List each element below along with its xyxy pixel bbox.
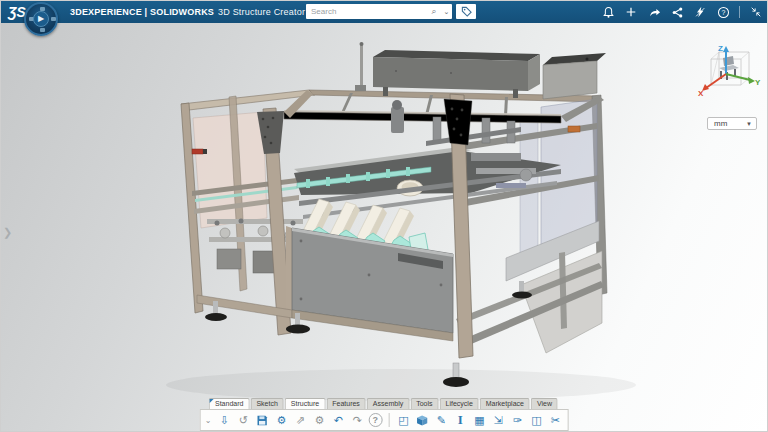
app-window: ƷS ▶ 3DEXPERIENCE | SOLIDWORKS3D Structu… [0,0,768,432]
bell-icon[interactable] [601,5,615,19]
tag-icon [461,6,472,17]
toolbar-group-divider [388,413,389,427]
tab-lifecycle[interactable]: Lifecycle [440,398,479,409]
share-nodes-icon[interactable] [670,5,684,19]
units-dropdown-arrow-icon: ▼ [746,121,756,127]
tag-button[interactable] [456,4,476,19]
triad-z-label: Z [718,44,723,53]
svg-text:?: ? [721,9,725,16]
structure-member-icon[interactable]: I [452,412,468,428]
tab-assembly[interactable]: Assembly [367,398,409,409]
action-bar-icons: ⌄ ⇩ ↺ ⚙ ⇗ ⚙ ↶ ↷ ? ◰ ✎ I ▦ ⇲ ✑ ◫ ✂ [200,409,569,431]
search-icon[interactable]: ⌕ [427,4,441,19]
title-bar: ƷS ▶ 3DEXPERIENCE | SOLIDWORKS3D Structu… [1,1,768,23]
edit-member-icon[interactable]: ✎ [433,412,449,428]
compass-east-dot [51,17,56,21]
flash-icon[interactable] [693,5,707,19]
triad-x-label: X [698,89,704,98]
save-icon[interactable] [254,412,270,428]
redo-icon[interactable]: ↷ [349,412,365,428]
compass-icon[interactable]: ▶ [24,2,58,36]
help-icon[interactable]: ? [716,5,730,19]
help-circle-icon[interactable]: ? [368,413,382,427]
collapse-icon[interactable] [749,5,763,19]
undo-icon[interactable]: ↶ [330,412,346,428]
search-input[interactable] [306,7,427,16]
units-dropdown[interactable]: mm ▼ [707,117,757,130]
corner-tool-icon[interactable]: ◰ [395,412,411,428]
model-machine-assembly[interactable] [1,23,768,432]
extrude-cube-icon[interactable] [414,412,430,428]
import-icon[interactable]: ⇩ [216,412,232,428]
options-gear-icon[interactable]: ⚙ [273,412,289,428]
action-bar: Standard Sketch Structure Features Assem… [200,398,569,431]
publish-icon[interactable]: ⇲ [490,412,506,428]
tab-tools[interactable]: Tools [410,398,438,409]
tab-standard[interactable]: Standard [209,398,249,409]
triad-y-label: Y [755,78,761,87]
share-arrow-icon[interactable] [647,5,661,19]
export-share-icon[interactable]: ⇗ [292,412,308,428]
titlebar-divider [739,6,740,18]
units-value: mm [708,119,746,128]
tab-structure[interactable]: Structure [285,398,325,409]
left-panel-expander[interactable]: ❯ [3,226,12,239]
tab-sketch[interactable]: Sketch [250,398,283,409]
sketch-pen-icon[interactable]: ✑ [509,412,525,428]
tab-view[interactable]: View [531,398,558,409]
search-box[interactable]: ⌕ ⌄ [306,4,452,19]
settings-gear-icon[interactable]: ⚙ [311,412,327,428]
tab-marketplace[interactable]: Marketplace [480,398,530,409]
brand-platform: 3DEXPERIENCE | SOLIDWORKS [70,7,214,17]
profile-table-icon[interactable]: ▦ [471,412,487,428]
compass-play-icon[interactable]: ▶ [33,11,49,27]
add-plus-icon[interactable] [624,5,638,19]
action-bar-tabs: Standard Sketch Structure Features Assem… [209,398,559,409]
tab-features[interactable]: Features [326,398,366,409]
3d-viewport[interactable]: Z X Y mm ▼ ❯ [1,23,768,432]
sync-icon[interactable]: ↺ [235,412,251,428]
pattern-icon[interactable]: ◫ [528,412,544,428]
trim-icon[interactable]: ✂ [547,412,563,428]
search-chevron-icon[interactable]: ⌄ [441,4,452,19]
compass-south-dot [40,28,45,32]
toolbar-collapse-chevron[interactable]: ⌄ [205,416,212,425]
app-name[interactable]: 3D Structure Creator [218,7,305,17]
orientation-triad[interactable]: Z X Y [689,43,761,109]
brand-title: 3DEXPERIENCE | SOLIDWORKS3D Structure Cr… [70,7,314,17]
